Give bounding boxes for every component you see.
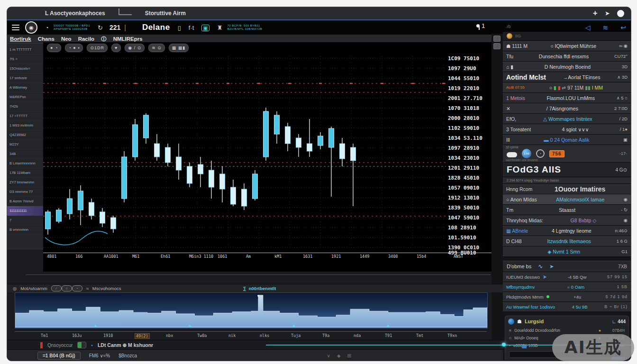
chart-tool-pill[interactable]: ♥ bbox=[111, 44, 121, 52]
menu-item-chans[interactable]: Chans bbox=[38, 36, 55, 42]
sidebar-section-title[interactable]: FOdG3 AIIS4 G⊙ bbox=[503, 163, 631, 177]
toolbar-icon[interactable]: ▣ bbox=[201, 25, 209, 31]
chat-row-text: Goueldodd Dcxodoodrfon bbox=[514, 328, 560, 333]
bottom-panel-title[interactable]: MotAvtoarnm bbox=[20, 286, 47, 291]
status-icon[interactable]: ∨ bbox=[327, 353, 330, 358]
watchlist-item[interactable]: B Lmwrmnnmnn bbox=[7, 159, 43, 168]
menu-item-ⓘ[interactable]: ⓘ bbox=[101, 36, 107, 43]
position-row[interactable]: IUEUM3 desswo➤-4 5B Qw57 99 15 bbox=[503, 272, 631, 282]
toolbar-icons: ▯f·t▣♜ bbox=[170, 23, 223, 32]
toolbar-right-icon[interactable]: ↩ bbox=[620, 24, 626, 31]
toolbar-right-icon[interactable]: ◁ bbox=[585, 24, 591, 31]
menu-item-neo[interactable]: Neo bbox=[61, 36, 72, 42]
toolbar-icon[interactable]: ▯ bbox=[178, 24, 181, 31]
chart-tool-pill[interactable]: ● ◔ bbox=[47, 44, 61, 52]
weather-row[interactable]: 32 rptmik1 b0◔756-17-uamfimatin urw brva… bbox=[503, 145, 631, 163]
sidebar-row[interactable]: ☗ 1111 M○ IQtlwimpet Mührse∞ ◉ bbox=[503, 41, 631, 51]
chart-tool-pill[interactable]: ◔ ● ▪ bbox=[65, 44, 83, 52]
menu-item-nmlireprs[interactable]: NMLIREprs bbox=[113, 36, 143, 42]
status-icon[interactable]: ◈ bbox=[337, 353, 341, 358]
watchlist-item[interactable]: B Asmn 7mnvd bbox=[7, 197, 43, 206]
sidebar-row[interactable]: ○ Anon MIdasAMalcnmxsoIX Iamae◉ bbox=[503, 194, 631, 205]
watchlist-item[interactable]: B vmnnmnn bbox=[7, 225, 43, 235]
indicator-label[interactable]: n00rtbenmtlt bbox=[249, 286, 276, 291]
sidebar-row[interactable]: TmStaasst- ↻ bbox=[503, 205, 631, 215]
watchlist-item[interactable]: 34B bbox=[7, 149, 43, 159]
watchlist-item[interactable]: 17B 11Mbam bbox=[7, 168, 43, 178]
sidebar-row[interactable]: TfuDunsechia ffdl ensxmsCU72° bbox=[503, 51, 631, 62]
watchlist-item[interactable]: 15Onssoxtv= bbox=[7, 64, 43, 73]
chat-header[interactable]: ☗Lurgsid∟ 444 bbox=[505, 316, 628, 327]
new-tab-icon[interactable]: + bbox=[593, 9, 598, 18]
oval-tool-icon[interactable]: ○ bbox=[62, 285, 72, 291]
watchlist-item[interactable]: 1111111111 bbox=[7, 206, 43, 216]
row-right-label: 1 6 G bbox=[617, 238, 628, 244]
watchlist-item[interactable]: ZY7 tmxnwnmn bbox=[7, 178, 43, 187]
status-icon[interactable]: ⊞ bbox=[347, 353, 351, 358]
sidebar-row[interactable]: 1 MetoisFlasmol.LOU LmMms∧ 5 ○ bbox=[503, 93, 631, 103]
sidebar-row[interactable]: ▦ ABnele4 Lgmtngy Iieomen:46⊙ bbox=[503, 226, 631, 236]
row-right-label: ▣ bbox=[623, 137, 628, 142]
clock-icon[interactable]: ◔ bbox=[45, 24, 49, 31]
overview-chart[interactable] bbox=[15, 292, 488, 328]
chat-row[interactable]: ≡Goueldodd Dcxodoodrfon●07B4H bbox=[505, 327, 628, 334]
watchlist-item[interactable]: A Wtlnmwy bbox=[7, 83, 43, 92]
row-left-label: ⌂ ▮ bbox=[506, 64, 513, 70]
sidebar-row[interactable]: ⌂ ▮D Nerulmogh Boeind3D bbox=[503, 62, 631, 72]
oval-tool-icon[interactable]: ∕ bbox=[51, 285, 62, 291]
menu-item-bortiruk[interactable]: Bortiruk bbox=[10, 36, 31, 42]
balance-box[interactable]: =1 B04 (B nGj) bbox=[37, 352, 81, 360]
watchlist-item[interactable]: 17 smtvsre bbox=[7, 73, 43, 83]
arrow-icon[interactable]: ➤ bbox=[605, 10, 610, 17]
watchlist-item[interactable]: M22Y bbox=[7, 140, 43, 149]
watchlist-item[interactable]: M&REPsn bbox=[7, 92, 43, 102]
sidebar-row[interactable]: Hnng Rcom1Ouoor Imatires bbox=[503, 184, 631, 194]
watchlist-item[interactable]: 7f1 = bbox=[7, 55, 43, 64]
sidebar-row[interactable]: ◈ Nvmt 1 SmnG1 bbox=[503, 246, 631, 257]
scroll-down-button[interactable] bbox=[493, 43, 500, 49]
row-center-label: Dunsechia ffdl ensxms bbox=[516, 54, 611, 59]
chart-tool-pill[interactable]: ⊙1DR bbox=[87, 44, 108, 52]
scroll-up-button[interactable] bbox=[493, 36, 500, 42]
menu-icon[interactable] bbox=[12, 25, 19, 30]
candlestick-chart[interactable] bbox=[43, 53, 446, 253]
watchlist-item[interactable]: Q4235562 bbox=[7, 130, 43, 140]
app-logo-icon[interactable]: ◉ bbox=[25, 21, 37, 34]
indicator-row[interactable]: AUB 07:55○ ▮ ▮ ⇌ 97 11M ▮▮ I MM bbox=[503, 82, 631, 93]
oval-tool-icon[interactable]: ◔ bbox=[72, 285, 82, 291]
positions-header[interactable]: D'obme bs∿➤7XB bbox=[503, 261, 631, 272]
watchlist-item[interactable]: 7H2b bbox=[7, 102, 43, 111]
chart-tool-pill[interactable]: ≋ ⊙ bbox=[148, 44, 165, 52]
sidebar-row[interactable]: D CI48Itzwsdntk Iltemaeos1 6 G bbox=[503, 236, 631, 246]
toolbar-icon[interactable]: f·t bbox=[189, 24, 194, 31]
position-row[interactable]: Mfbsyrrqudmv= 0 Oam1 5B bbox=[503, 282, 631, 292]
symbol-label[interactable]: Delane bbox=[142, 23, 170, 32]
sidebar-row[interactable]: Ill▬ 0 24 Qomae Aalik▣ bbox=[503, 135, 631, 145]
sidebar-row[interactable]: Aotind Mclst→Aorlat TEinses∧ 3D bbox=[503, 72, 631, 82]
tool-oval-icons: ∕○◔ bbox=[51, 285, 82, 291]
refresh-icon[interactable]: ↻ bbox=[98, 24, 103, 31]
watchlist-item[interactable]: 7 bbox=[7, 216, 43, 225]
row-center-label: △ Wommapes Initntex bbox=[519, 116, 617, 122]
overview-time-label: T9xn bbox=[447, 333, 457, 338]
row-right-label: ◉ bbox=[624, 218, 628, 223]
toolbar-right-icon[interactable]: ≋ bbox=[603, 24, 609, 31]
sidebar-row[interactable]: 3 Toreatent4 sgiot ∨∨∨/ 1● bbox=[503, 124, 631, 135]
sidebar-row[interactable]: EfO,△ Wommapes Initntex/ 2D bbox=[503, 114, 631, 124]
sidebar-row[interactable]: Thnryhoq Midas:G8 Bxbtp ◇◉ bbox=[503, 215, 631, 226]
position-row[interactable]: Pkdqtmodvs Mmm+4u5 7d 1 9d bbox=[503, 292, 631, 302]
menu-item-racilo[interactable]: Racilo bbox=[78, 36, 95, 42]
watchlist-item[interactable]: 1 M93 mnfm/m bbox=[7, 121, 43, 130]
chart-tool-pill[interactable]: ◉ / ⊙ bbox=[125, 44, 145, 52]
watchlist-item[interactable]: 17 =TTTTT bbox=[7, 111, 43, 121]
watchlist-item[interactable]: D3 nmrnmx 77 bbox=[7, 187, 43, 197]
bottom-panel-sublabel[interactable]: Mscvohomocs bbox=[92, 286, 121, 291]
watchlist-item[interactable]: 1 m TTTTTTT bbox=[7, 45, 43, 55]
avatar[interactable] bbox=[617, 10, 624, 17]
chart-tool-pill[interactable]: ▦ ▦▮ bbox=[169, 44, 189, 52]
toolbar-icon[interactable]: ♜ bbox=[217, 24, 223, 31]
sidebar-row[interactable]: ✕/ 7Aisngromes2 7:0D bbox=[503, 103, 631, 114]
overview-time-label: Tw0a bbox=[197, 333, 207, 338]
pin-icon[interactable]: 1 bbox=[476, 22, 485, 30]
position-row[interactable]: Au Wswnwl fosr 1odisvo4 5u 9BB ~ Br (1) bbox=[503, 302, 631, 312]
